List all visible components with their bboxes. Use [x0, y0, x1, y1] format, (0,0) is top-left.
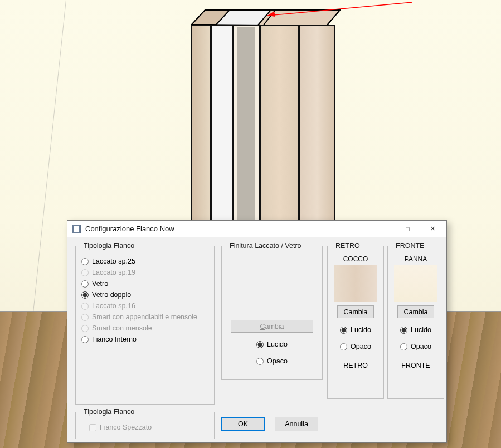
config-dialog: Configurazione Fianco Now — □ ✕ Tipologi… — [67, 220, 447, 443]
retro-radio-lucido[interactable]: Lucido — [340, 326, 371, 334]
radio-laccato-16: Laccato sp.16 — [81, 302, 208, 310]
group-tipologia-legend: Tipologia Fianco — [81, 242, 137, 250]
radio-laccato-19: Laccato sp.19 — [81, 269, 208, 276]
close-button[interactable]: ✕ — [420, 221, 445, 237]
group-tipologia-checkbox: Tipologia Fianco Fianco Spezzato — [75, 408, 215, 439]
radio-smart-appendiabiti: Smart con appendiabiti e mensole — [81, 313, 208, 321]
finitura-cambia-button: Cambia — [231, 320, 313, 333]
checkbox-fianco-spezzato: Fianco Spezzato — [89, 423, 208, 431]
retro-caption: RETRO — [333, 362, 378, 369]
dialog-footer: OK Annulla — [221, 417, 318, 431]
fronte-cambia-button[interactable]: Cambia — [397, 305, 434, 318]
radio-vetro-doppio[interactable]: Vetro doppio — [81, 291, 208, 299]
radio-laccato-25[interactable]: Laccato sp.25 — [81, 257, 208, 265]
group-retro: RETRO COCCO Cambia Lucido Opaco RETRO — [327, 242, 384, 399]
group-tipologia: Tipologia Fianco Laccato sp.25 Laccato s… — [75, 242, 215, 405]
fronte-caption: FRONTE — [393, 362, 438, 369]
group-tipologia2-legend: Tipologia Fianco — [81, 408, 137, 416]
group-retro-heading: RETRO — [333, 242, 362, 250]
retro-swatch — [334, 265, 377, 302]
ok-button[interactable]: OK — [221, 417, 265, 431]
fronte-swatch — [394, 265, 437, 302]
group-finitura: Finitura Laccato / Vetro Cambia Lucido O… — [221, 242, 323, 380]
group-fronte-heading: FRONTE — [393, 242, 426, 250]
fronte-radio-opaco[interactable]: Opaco — [400, 343, 431, 350]
fronte-radio-lucido[interactable]: Lucido — [400, 326, 431, 334]
fronte-material-label: PANNA — [393, 255, 438, 263]
minimize-button[interactable]: — — [370, 221, 395, 237]
dialog-title: Configurazione Fianco Now — [85, 225, 370, 233]
titlebar: Configurazione Fianco Now — □ ✕ — [67, 221, 446, 237]
cancel-button[interactable]: Annulla — [275, 417, 318, 431]
group-fronte: FRONTE PANNA Cambia Lucido Opaco FRONTE — [387, 242, 444, 399]
finitura-radio-opaco[interactable]: Opaco — [256, 357, 288, 365]
radio-smart-mensole: Smart con mensole — [81, 324, 208, 332]
finitura-radio-lucido[interactable]: Lucido — [256, 340, 288, 348]
radio-fianco-interno[interactable]: Fianco Interno — [81, 335, 208, 343]
maximize-button[interactable]: □ — [395, 221, 420, 237]
retro-radio-opaco[interactable]: Opaco — [340, 343, 371, 350]
retro-material-label: COCCO — [333, 255, 378, 263]
retro-cambia-button[interactable]: Cambia — [337, 305, 373, 318]
app-icon — [72, 225, 81, 233]
radio-vetro[interactable]: Vetro — [81, 280, 208, 288]
group-finitura-legend: Finitura Laccato / Vetro — [227, 242, 304, 250]
